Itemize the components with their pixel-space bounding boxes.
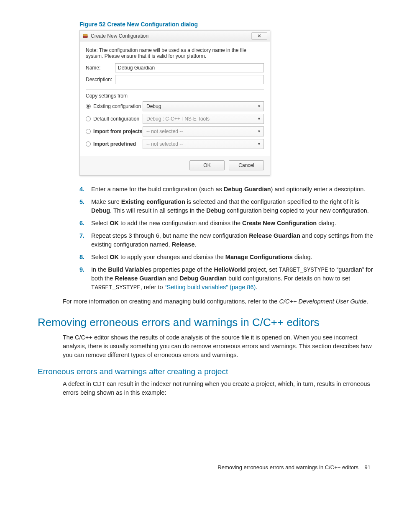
close-button[interactable]: ✕ [251,32,267,40]
page-number: 91 [365,464,371,470]
divider [86,89,264,90]
radio-label: Existing configuration [93,103,143,109]
more-info-paragraph: For more information on creating and man… [63,297,374,306]
dropdown-value: -- not selected -- [146,129,257,134]
step-text: Make sure Existing configuration is sele… [91,198,374,215]
step-5: 5. Make sure Existing configuration is s… [79,198,374,215]
section-heading-removing-errors: Removing erroneous errors and warnings i… [38,316,374,329]
dialog-title: Create New Configuration [91,33,251,39]
radio-label: Import predefined [93,141,143,147]
radio-import-predefined[interactable]: Import predefined -- not selected -- ▼ [86,139,264,149]
step-6: 6. Select OK to add the new configuratio… [79,219,374,228]
cancel-button[interactable]: Cancel [229,160,264,170]
default-config-dropdown: Debug : C-C++ TNS-E Tools ▼ [143,114,264,124]
radio-icon [86,141,91,146]
description-label: Description: [86,77,115,82]
svg-rect-1 [83,36,87,38]
dropdown-value: -- not selected -- [146,141,257,147]
page-footer: Removing erroneous errors and warnings i… [38,464,374,470]
copy-settings-label: Copy settings from [86,93,264,99]
step-number: 8. [79,253,91,262]
step-number: 7. [79,231,91,249]
chevron-down-icon: ▼ [257,117,261,121]
setting-build-variables-link[interactable]: “Setting build variables” (page 86) [165,284,256,290]
name-label: Name: [86,65,115,71]
step-number: 9. [79,265,91,292]
name-input[interactable]: Debug Guardian [115,63,264,72]
chevron-down-icon: ▼ [257,142,261,146]
step-text: In the Build Variables properties page o… [91,265,374,292]
dropdown-value: Debug : C-C++ TNS-E Tools [146,116,257,122]
import-predefined-dropdown: -- not selected -- ▼ [143,139,264,149]
step-9: 9. In the Build Variables properties pag… [79,265,374,292]
import-projects-dropdown: -- not selected -- ▼ [143,126,264,136]
radio-icon [86,104,91,109]
step-7: 7. Repeat steps 3 through 6, but name th… [79,231,374,249]
radio-icon [86,116,91,121]
step-number: 6. [79,219,91,228]
radio-icon [86,129,91,134]
chevron-down-icon: ▼ [257,129,261,134]
step-text: Enter a name for the build configuration… [91,185,374,194]
step-text: Select OK to apply your changes and dism… [91,253,374,262]
ok-button[interactable]: OK [189,160,225,170]
radio-existing-config[interactable]: Existing configuration Debug ▼ [86,101,264,111]
dropdown-value: Debug [146,103,257,109]
subsection-heading-after-project: Erroneous errors and warnings after crea… [38,367,374,376]
disk-icon [82,33,88,39]
radio-label: Default configuration [93,116,143,122]
footer-text: Removing erroneous errors and warnings i… [217,464,358,470]
radio-label: Import from projects [93,129,143,134]
radio-default-config[interactable]: Default configuration Debug : C-C++ TNS-… [86,114,264,124]
create-new-configuration-dialog: Create New Configuration ✕ Note: The con… [79,30,270,176]
radio-import-projects[interactable]: Import from projects -- not selected -- … [86,126,264,136]
step-number: 4. [79,185,91,194]
figure-caption: Figure 52 Create New Configuration dialo… [79,21,374,28]
step-text: Repeat steps 3 through 6, but name the n… [91,231,374,249]
close-icon: ✕ [257,33,261,39]
intro-paragraph: The C/C++ editor shows the results of co… [63,333,374,360]
cdt-defect-paragraph: A defect in CDT can result in the indexe… [63,380,374,397]
dialog-note: Note: The configuration name will be use… [86,47,264,59]
chevron-down-icon: ▼ [257,104,261,108]
existing-config-dropdown[interactable]: Debug ▼ [143,101,264,111]
step-number: 5. [79,198,91,215]
step-text: Select OK to add the new configuration a… [91,219,374,228]
step-8: 8. Select OK to apply your changes and d… [79,253,374,262]
dialog-titlebar: Create New Configuration ✕ [80,31,270,41]
step-4: 4. Enter a name for the build configurat… [79,185,374,194]
description-input[interactable] [115,75,264,84]
